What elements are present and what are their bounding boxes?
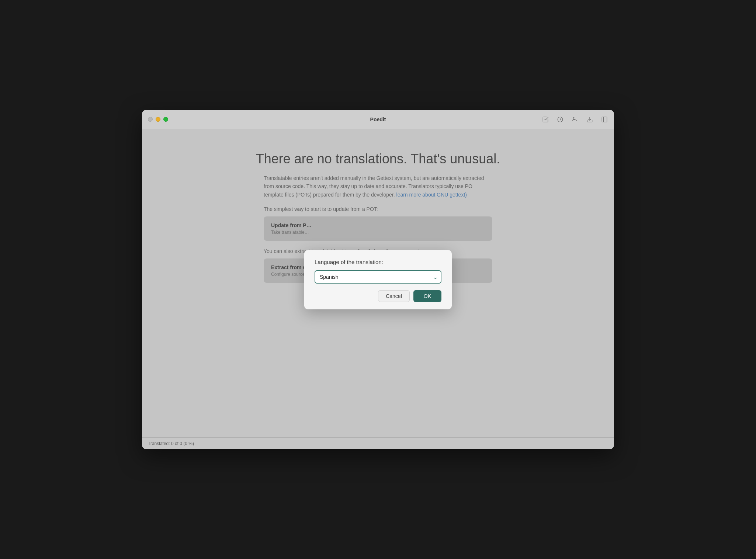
cancel-button[interactable]: Cancel (378, 290, 410, 302)
dialog-buttons: Cancel OK (315, 290, 441, 302)
ok-button[interactable]: OK (413, 290, 441, 302)
modal-overlay: Language of the translation: Spanish Eng… (142, 110, 614, 449)
language-dialog: Language of the translation: Spanish Eng… (304, 250, 452, 309)
language-select[interactable]: Spanish English French German Italian Po… (315, 270, 441, 284)
dialog-title: Language of the translation: (315, 259, 441, 265)
language-select-wrapper: Spanish English French German Italian Po… (315, 270, 441, 284)
app-window: Poedit There are no transl (142, 110, 614, 449)
